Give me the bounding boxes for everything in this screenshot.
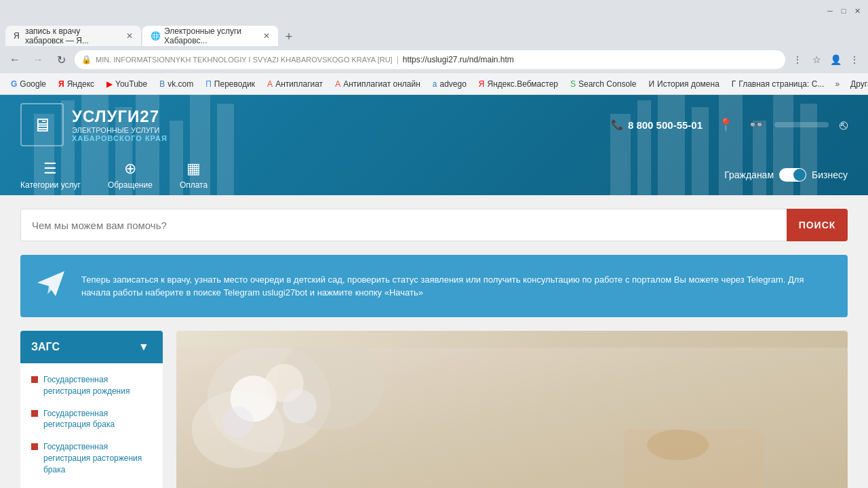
- bookmark-vk-favicon: В: [159, 79, 165, 89]
- search-bar: ПОИСК: [20, 209, 848, 241]
- bookmark-yandex-webmaster-label: Яндекс.Вебмастер: [488, 79, 558, 89]
- zags-title: ЗАГС: [31, 341, 60, 353]
- bookmark-google-label: Google: [20, 79, 46, 89]
- list-item[interactable]: Государственная регистрация рождения: [20, 369, 163, 403]
- tab-1[interactable]: Я запись к врачу хабаровск — Я... ✕: [5, 26, 141, 46]
- logo-text: УСЛУГИ27 ЭЛЕКТРОННЫЕ УСЛУГИ ХАБАРОВСКОГО…: [72, 107, 167, 142]
- title-bar: ─ □ ✕: [0, 0, 868, 22]
- list-item-dot: [31, 443, 38, 450]
- bookmark-perevodchik[interactable]: П Переводик: [200, 76, 260, 92]
- bookmark-domain-history-label: История домена: [657, 79, 719, 89]
- phone-icon: 📞: [611, 119, 624, 131]
- bookmark-domain-history-favicon: И: [648, 79, 654, 89]
- tab-1-close[interactable]: ✕: [126, 31, 133, 41]
- logo-region: ХАБАРОВСКОГО КРАЯ: [72, 134, 167, 142]
- toggle-switch[interactable]: [779, 168, 806, 182]
- appeal-label: Обращение: [108, 180, 153, 190]
- bookmarks-more-button[interactable]: »: [831, 78, 844, 90]
- bookmark-other-label: Другие за...: [850, 79, 868, 89]
- bookmark-search-console-label: Search Console: [578, 79, 636, 89]
- cards-section: ЗАГС ▼ Государственная регистрация рожде…: [20, 331, 848, 488]
- user-display: [774, 122, 829, 127]
- url-text: https://uslugi27.ru/nd/main.htm: [403, 55, 514, 64]
- zags-card: ЗАГС ▼ Государственная регистрация рожде…: [20, 331, 163, 488]
- svg-point-22: [222, 406, 254, 437]
- search-input[interactable]: [20, 209, 787, 241]
- bookmark-google-favicon: G: [11, 79, 17, 89]
- login-button[interactable]: ⎋: [840, 117, 848, 133]
- url-protocol: MIN. INFORMATSIONNYKH TEKHNOLOGIY I SVYA…: [96, 56, 393, 64]
- bookmark-antiplagiat-favicon: А: [267, 79, 273, 89]
- list-item[interactable]: Государственная регистрация брака: [20, 403, 163, 436]
- bookmark-main-page[interactable]: Г Главная страница: С...: [726, 76, 830, 92]
- logo-box: 🖥: [20, 103, 64, 146]
- telegram-text: Теперь записаться к врачу, узнать место …: [81, 273, 834, 300]
- search-button[interactable]: ПОИСК: [787, 209, 848, 241]
- bookmark-yandex-favicon: Я: [58, 79, 64, 89]
- bookmark-antiplagiat-online-favicon: А: [335, 79, 340, 89]
- appeal-icon: ⊕: [124, 160, 136, 178]
- user-profile-icon[interactable]: 👤: [827, 52, 844, 68]
- address-bar-actions: ⋮ ☆ 👤 ⋮: [789, 52, 863, 68]
- bookmark-perevodchik-favicon: П: [205, 79, 212, 89]
- site-nav: ☰ Категории услуг ⊕ Обращение ▦ Оплата Г…: [0, 155, 868, 195]
- logo-icon: 🖥: [33, 114, 52, 136]
- bookmark-antiplagiat-label: Антиплагиат: [275, 79, 323, 89]
- forward-button[interactable]: →: [28, 50, 47, 69]
- close-btn[interactable]: ✕: [852, 5, 863, 16]
- bookmark-advego-favicon: a: [433, 79, 437, 89]
- list-item[interactable]: Государственная регистрация расторжения …: [20, 436, 163, 481]
- minimize-btn[interactable]: ─: [825, 5, 835, 16]
- main-content: ПОИСК Теперь записаться к врачу, узнать …: [0, 195, 868, 488]
- new-tab-button[interactable]: +: [279, 27, 298, 46]
- bookmark-search-console[interactable]: S Search Console: [565, 76, 642, 92]
- accessibility-icon[interactable]: 👓: [749, 117, 764, 132]
- url-bar[interactable]: 🔒 MIN. INFORMATSIONNYKH TEKHNOLOGIY I SV…: [75, 50, 785, 69]
- list-item-dot: [31, 410, 38, 417]
- title-bar-controls[interactable]: ─ □ ✕: [825, 5, 863, 16]
- bookmark-other[interactable]: Другие за...: [845, 76, 868, 92]
- tab-2-favicon: 🌐: [151, 31, 160, 41]
- bookmark-google[interactable]: G Google: [5, 76, 52, 92]
- bookmark-advego[interactable]: a advego: [427, 76, 472, 92]
- telegram-banner[interactable]: Теперь записаться к врачу, узнать место …: [20, 255, 848, 317]
- tab-bar: Я запись к врачу хабаровск — Я... ✕ 🌐 Эл…: [0, 22, 868, 46]
- zags-header: ЗАГС ▼: [20, 331, 163, 363]
- bookmark-yandex-webmaster[interactable]: Я Яндекс.Вебмастер: [473, 76, 564, 92]
- bookmark-domain-history[interactable]: И История домена: [643, 76, 724, 92]
- payment-label: Оплата: [180, 180, 208, 190]
- tab-2[interactable]: 🌐 Электронные услуги Хабаровс... ✕: [142, 26, 278, 46]
- toggle-knob: [793, 169, 806, 181]
- extensions-icon[interactable]: ⋮: [789, 52, 806, 68]
- zags-toggle-button[interactable]: ▼: [136, 339, 152, 355]
- zags-items: Государственная регистрация рождения Гос…: [20, 363, 163, 488]
- list-item[interactable]: Государственная регистрация смерти: [20, 481, 163, 488]
- bookmark-main-page-label: Главная страница: С...: [738, 79, 824, 89]
- bookmark-antiplagiat-online[interactable]: А Антиплагиат онлайн: [330, 76, 426, 92]
- bookmark-vk[interactable]: В vk.com: [154, 76, 199, 92]
- location-icon[interactable]: 📍: [713, 113, 738, 137]
- maximize-btn[interactable]: □: [838, 5, 849, 16]
- citizen-business-toggle[interactable]: Гражданам Бизнесу: [724, 168, 848, 182]
- logo-area: 🖥 УСЛУГИ27 ЭЛЕКТРОННЫЕ УСЛУГИ ХАБАРОВСКО…: [20, 103, 167, 146]
- nav-payment[interactable]: ▦ Оплата: [180, 160, 208, 190]
- logo-title: УСЛУГИ27: [72, 107, 167, 126]
- website: 🖥 УСЛУГИ27 ЭЛЕКТРОННЫЕ УСЛУГИ ХАБАРОВСКО…: [0, 95, 868, 488]
- bookmark-youtube[interactable]: ▶ YouTube: [101, 76, 153, 92]
- back-button[interactable]: ←: [5, 50, 24, 69]
- address-bar: ← → ↻ 🔒 MIN. INFORMATSIONNYKH TEKHNOLOGI…: [0, 46, 868, 73]
- bookmark-youtube-label: YouTube: [115, 79, 147, 89]
- business-label: Бизнесу: [812, 169, 848, 180]
- nav-categories[interactable]: ☰ Категории услуг: [20, 160, 81, 190]
- nav-appeal[interactable]: ⊕ Обращение: [108, 160, 153, 190]
- security-lock-icon: 🔒: [81, 55, 92, 64]
- bookmark-yandex[interactable]: Я Яндекс: [53, 76, 100, 92]
- bookmark-yandex-webmaster-favicon: Я: [479, 79, 485, 89]
- bookmark-star-icon[interactable]: ☆: [808, 52, 825, 68]
- bookmark-antiplagiat[interactable]: А Антиплагиат: [262, 76, 328, 92]
- tab-2-close[interactable]: ✕: [263, 31, 270, 41]
- reload-button[interactable]: ↻: [52, 50, 71, 69]
- bookmark-perevodchik-label: Переводик: [214, 79, 255, 89]
- list-item-text: Государственная регистрация рождения: [43, 374, 152, 397]
- settings-icon[interactable]: ⋮: [846, 52, 863, 68]
